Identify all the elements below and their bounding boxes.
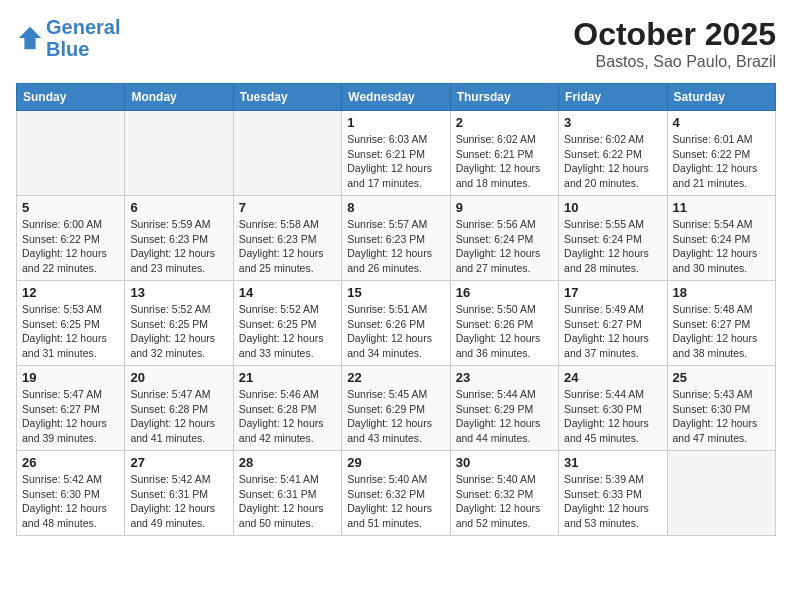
logo: General Blue [16,16,120,60]
day-info: Sunrise: 5:54 AM Sunset: 6:24 PM Dayligh… [673,217,770,276]
weekday-header-row: SundayMondayTuesdayWednesdayThursdayFrid… [17,84,776,111]
calendar-cell: 5Sunrise: 6:00 AM Sunset: 6:22 PM Daylig… [17,196,125,281]
day-number: 26 [22,455,119,470]
calendar-cell [125,111,233,196]
calendar-cell: 20Sunrise: 5:47 AM Sunset: 6:28 PM Dayli… [125,366,233,451]
page-header: General Blue October 2025 Bastos, Sao Pa… [16,16,776,71]
day-info: Sunrise: 6:03 AM Sunset: 6:21 PM Dayligh… [347,132,444,191]
day-number: 19 [22,370,119,385]
calendar-table: SundayMondayTuesdayWednesdayThursdayFrid… [16,83,776,536]
day-number: 9 [456,200,553,215]
week-row-1: 1Sunrise: 6:03 AM Sunset: 6:21 PM Daylig… [17,111,776,196]
day-info: Sunrise: 5:53 AM Sunset: 6:25 PM Dayligh… [22,302,119,361]
day-info: Sunrise: 5:50 AM Sunset: 6:26 PM Dayligh… [456,302,553,361]
calendar-cell: 27Sunrise: 5:42 AM Sunset: 6:31 PM Dayli… [125,451,233,536]
calendar-cell [667,451,775,536]
day-info: Sunrise: 6:02 AM Sunset: 6:22 PM Dayligh… [564,132,661,191]
location-title: Bastos, Sao Paulo, Brazil [573,53,776,71]
day-info: Sunrise: 5:51 AM Sunset: 6:26 PM Dayligh… [347,302,444,361]
title-block: October 2025 Bastos, Sao Paulo, Brazil [573,16,776,71]
day-info: Sunrise: 5:44 AM Sunset: 6:29 PM Dayligh… [456,387,553,446]
day-info: Sunrise: 5:48 AM Sunset: 6:27 PM Dayligh… [673,302,770,361]
calendar-cell: 11Sunrise: 5:54 AM Sunset: 6:24 PM Dayli… [667,196,775,281]
day-info: Sunrise: 5:45 AM Sunset: 6:29 PM Dayligh… [347,387,444,446]
svg-marker-0 [19,27,41,49]
calendar-cell: 19Sunrise: 5:47 AM Sunset: 6:27 PM Dayli… [17,366,125,451]
day-info: Sunrise: 5:52 AM Sunset: 6:25 PM Dayligh… [130,302,227,361]
day-number: 27 [130,455,227,470]
calendar-cell: 30Sunrise: 5:40 AM Sunset: 6:32 PM Dayli… [450,451,558,536]
calendar-cell: 29Sunrise: 5:40 AM Sunset: 6:32 PM Dayli… [342,451,450,536]
calendar-cell: 21Sunrise: 5:46 AM Sunset: 6:28 PM Dayli… [233,366,341,451]
day-info: Sunrise: 5:39 AM Sunset: 6:33 PM Dayligh… [564,472,661,531]
calendar-cell: 17Sunrise: 5:49 AM Sunset: 6:27 PM Dayli… [559,281,667,366]
calendar-cell: 31Sunrise: 5:39 AM Sunset: 6:33 PM Dayli… [559,451,667,536]
calendar-cell: 8Sunrise: 5:57 AM Sunset: 6:23 PM Daylig… [342,196,450,281]
day-number: 15 [347,285,444,300]
day-info: Sunrise: 5:58 AM Sunset: 6:23 PM Dayligh… [239,217,336,276]
month-title: October 2025 [573,16,776,53]
day-number: 29 [347,455,444,470]
calendar-cell: 14Sunrise: 5:52 AM Sunset: 6:25 PM Dayli… [233,281,341,366]
day-number: 6 [130,200,227,215]
weekday-header-friday: Friday [559,84,667,111]
day-info: Sunrise: 5:49 AM Sunset: 6:27 PM Dayligh… [564,302,661,361]
logo-line2: Blue [46,38,89,60]
day-info: Sunrise: 5:47 AM Sunset: 6:28 PM Dayligh… [130,387,227,446]
calendar-cell: 13Sunrise: 5:52 AM Sunset: 6:25 PM Dayli… [125,281,233,366]
calendar-cell: 24Sunrise: 5:44 AM Sunset: 6:30 PM Dayli… [559,366,667,451]
day-info: Sunrise: 5:40 AM Sunset: 6:32 PM Dayligh… [456,472,553,531]
day-info: Sunrise: 5:47 AM Sunset: 6:27 PM Dayligh… [22,387,119,446]
day-number: 1 [347,115,444,130]
day-number: 23 [456,370,553,385]
calendar-cell [233,111,341,196]
day-info: Sunrise: 5:43 AM Sunset: 6:30 PM Dayligh… [673,387,770,446]
week-row-2: 5Sunrise: 6:00 AM Sunset: 6:22 PM Daylig… [17,196,776,281]
day-info: Sunrise: 5:52 AM Sunset: 6:25 PM Dayligh… [239,302,336,361]
logo-icon [16,24,44,52]
calendar-cell: 16Sunrise: 5:50 AM Sunset: 6:26 PM Dayli… [450,281,558,366]
day-info: Sunrise: 6:00 AM Sunset: 6:22 PM Dayligh… [22,217,119,276]
week-row-4: 19Sunrise: 5:47 AM Sunset: 6:27 PM Dayli… [17,366,776,451]
day-number: 10 [564,200,661,215]
week-row-3: 12Sunrise: 5:53 AM Sunset: 6:25 PM Dayli… [17,281,776,366]
calendar-cell: 15Sunrise: 5:51 AM Sunset: 6:26 PM Dayli… [342,281,450,366]
day-info: Sunrise: 5:55 AM Sunset: 6:24 PM Dayligh… [564,217,661,276]
day-info: Sunrise: 5:40 AM Sunset: 6:32 PM Dayligh… [347,472,444,531]
day-number: 16 [456,285,553,300]
calendar-cell: 23Sunrise: 5:44 AM Sunset: 6:29 PM Dayli… [450,366,558,451]
calendar-cell: 26Sunrise: 5:42 AM Sunset: 6:30 PM Dayli… [17,451,125,536]
weekday-header-saturday: Saturday [667,84,775,111]
day-number: 31 [564,455,661,470]
day-info: Sunrise: 6:02 AM Sunset: 6:21 PM Dayligh… [456,132,553,191]
day-info: Sunrise: 5:57 AM Sunset: 6:23 PM Dayligh… [347,217,444,276]
day-info: Sunrise: 5:42 AM Sunset: 6:31 PM Dayligh… [130,472,227,531]
weekday-header-wednesday: Wednesday [342,84,450,111]
day-number: 14 [239,285,336,300]
day-info: Sunrise: 5:42 AM Sunset: 6:30 PM Dayligh… [22,472,119,531]
day-number: 2 [456,115,553,130]
day-number: 11 [673,200,770,215]
day-number: 18 [673,285,770,300]
day-number: 3 [564,115,661,130]
day-info: Sunrise: 5:46 AM Sunset: 6:28 PM Dayligh… [239,387,336,446]
calendar-cell: 7Sunrise: 5:58 AM Sunset: 6:23 PM Daylig… [233,196,341,281]
day-number: 25 [673,370,770,385]
day-number: 20 [130,370,227,385]
calendar-cell: 18Sunrise: 5:48 AM Sunset: 6:27 PM Dayli… [667,281,775,366]
day-number: 13 [130,285,227,300]
day-info: Sunrise: 5:56 AM Sunset: 6:24 PM Dayligh… [456,217,553,276]
weekday-header-tuesday: Tuesday [233,84,341,111]
weekday-header-monday: Monday [125,84,233,111]
day-number: 7 [239,200,336,215]
calendar-cell: 12Sunrise: 5:53 AM Sunset: 6:25 PM Dayli… [17,281,125,366]
day-number: 5 [22,200,119,215]
day-number: 21 [239,370,336,385]
calendar-cell: 3Sunrise: 6:02 AM Sunset: 6:22 PM Daylig… [559,111,667,196]
calendar-cell: 6Sunrise: 5:59 AM Sunset: 6:23 PM Daylig… [125,196,233,281]
day-number: 12 [22,285,119,300]
day-info: Sunrise: 6:01 AM Sunset: 6:22 PM Dayligh… [673,132,770,191]
day-number: 8 [347,200,444,215]
day-number: 4 [673,115,770,130]
day-info: Sunrise: 5:59 AM Sunset: 6:23 PM Dayligh… [130,217,227,276]
